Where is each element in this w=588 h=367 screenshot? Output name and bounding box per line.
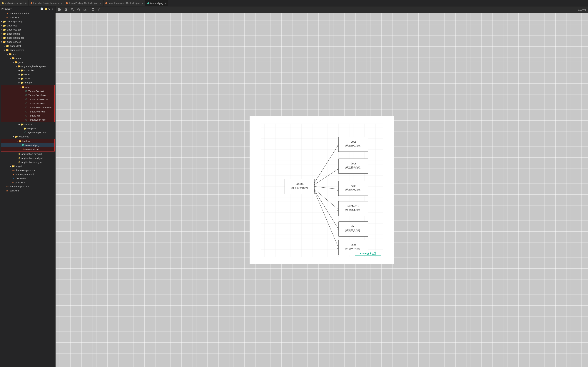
xml-file-icon: m (6, 189, 9, 192)
refresh-icon[interactable]: ↻ (48, 7, 51, 10)
tree-item-main[interactable]: ▼ 📂 main (0, 56, 55, 60)
item-label: controller (25, 69, 34, 72)
docker-icon: ≡ (12, 177, 15, 180)
tree-item-rule[interactable]: ▼ 📂 rule (1, 85, 54, 89)
new-file-icon[interactable]: 📄 (40, 7, 43, 10)
new-folder-icon[interactable]: 📁 (44, 7, 48, 10)
collapse-icon[interactable]: ⋮ (51, 7, 54, 10)
tree-item-pom-xml-3[interactable]: m pom.xml (0, 189, 55, 192)
tab-label: TenantPackageController.java (69, 2, 98, 4)
item-label: blade-service (7, 41, 21, 43)
tree-item-blade-ops-api[interactable]: ▶ 📁 blade-ops-api (0, 28, 55, 32)
post-sublabel: （构建岗位信息） (344, 144, 363, 147)
tree-item-blade-plugin[interactable]: ▶ 📁 blade-plugin (0, 32, 55, 36)
tree-item-controller[interactable]: ▶ 📁 controller (0, 68, 55, 72)
arrow-icon: ▶ (18, 82, 21, 83)
item-label: TenantContext (28, 90, 44, 93)
tree-item-application-dev-yml[interactable]: ⚙ application-dev.yml (0, 152, 55, 156)
close-icon[interactable]: × (60, 2, 62, 5)
tree-item-SystemApplication[interactable]: © SystemApplication (0, 130, 55, 134)
tree-item-dockerfile[interactable]: ≡ Dockerfile (0, 176, 55, 180)
role-label: role (351, 184, 356, 187)
yaml-file-icon: ⚙ (18, 161, 21, 164)
close-icon[interactable]: × (25, 2, 27, 5)
zoom-in-button[interactable] (70, 7, 75, 12)
dept-label: dept (350, 162, 356, 165)
tree-item-TenantRoleRule[interactable]: © TenantRoleRule (1, 109, 54, 114)
tree-item-TenantRule[interactable]: © TenantRule (1, 114, 54, 118)
actual-size-button[interactable] (64, 7, 68, 12)
close-icon[interactable]: × (100, 2, 102, 5)
tree-item-TenantContext[interactable]: © TenantContext (1, 89, 54, 93)
item-label: TenantPostRule (28, 102, 45, 105)
tree-item-service[interactable]: ▶ 📁 service (0, 122, 55, 126)
tree-item-tenant-el-xml[interactable]: </> tenant.el.xml (1, 147, 54, 151)
tree-item-TenantRoleMenuRule[interactable]: © TenantRoleMenuRule (1, 105, 54, 109)
close-icon[interactable]: × (142, 2, 144, 5)
arrow-icon: ▼ (16, 140, 19, 142)
folder-open-icon: 📂 (6, 49, 9, 51)
fit-screen-button[interactable] (57, 7, 62, 12)
zoom-reset-button[interactable]: 1:1 (83, 8, 87, 12)
tree-item-tenant-el-png[interactable]: 🖼 tenant.el.png (1, 143, 54, 147)
tree-item-feign[interactable]: ▶ 📁 feign (0, 76, 55, 81)
tree-item-blade-ops[interactable]: ▶ 📁 blade-ops (0, 24, 55, 28)
tenant-label: tenant (296, 182, 304, 185)
tree-item-pom-xml-2[interactable]: m pom.xml (0, 180, 55, 184)
tab-tenant-el-png[interactable]: tenant.el.png × (145, 0, 168, 7)
java-icon (31, 2, 32, 4)
watermark-text: Blade技术社区 (360, 252, 376, 255)
tree-item-pom-xml-1[interactable]: m pom.xml (0, 15, 55, 19)
tree-item-blade-common-iml[interactable]: ■ blade-common.iml (0, 11, 55, 15)
iml-icon: ■ (6, 12, 9, 15)
edit-button[interactable] (97, 7, 102, 12)
tree-item-TenantPostRule[interactable]: © TenantPostRule (1, 101, 54, 105)
arrow-icon: ▶ (18, 77, 21, 80)
tab-tenant-datasource[interactable]: TenantDatasourceController.java × (103, 0, 145, 7)
item-label: pom.xml (16, 181, 25, 184)
tree-item-TenantDictBizRule[interactable]: © TenantDictBizRule (1, 97, 54, 101)
arrow-icon: ▶ (18, 69, 21, 71)
liteflow-group-highlight: ▼ 📂 liteflow 🖼 tenant.el.png </> tenant.… (1, 139, 55, 151)
tree-item-org-springblade-system[interactable]: ▼ 📂 org.springblade.system (0, 64, 55, 68)
tree-item-blade-gateway[interactable]: ▶ 📁 blade-gateway (0, 19, 55, 24)
xml-file-icon: </> (22, 148, 25, 151)
item-label: TenantRule (28, 114, 41, 117)
item-label: wrapper (27, 127, 36, 130)
tree-item-flattened-pom-2[interactable]: </> .flattened-pom.xml (0, 184, 55, 189)
svg-line-15 (100, 8, 100, 9)
tree-item-blade-plugin-api[interactable]: ▶ 📁 blade-plugin-api (0, 36, 55, 40)
tree-item-application-test-yml[interactable]: ⚙ application-test.yml (0, 160, 55, 164)
tree-item-src[interactable]: ▼ 📂 src (0, 52, 55, 56)
tree-item-excel[interactable]: ▶ 📁 excel (0, 72, 55, 76)
tree-item-application-prod-yml[interactable]: ⚙ application-prod.yml (0, 156, 55, 160)
close-icon[interactable]: × (165, 2, 166, 5)
folder-open-icon: 📂 (3, 41, 6, 43)
tab-application-dev[interactable]: application-dev.yml × (0, 0, 29, 7)
tree-item-TenantDeptRule[interactable]: © TenantDeptRule (1, 93, 54, 97)
tree-item-blade-system[interactable]: ▼ 📂 blade-system (0, 48, 55, 52)
tree-item-target[interactable]: ▶ 📁 target (0, 164, 55, 168)
tab-tenant-package[interactable]: TenantPackageController.java × (64, 0, 103, 7)
zoom-out-button[interactable] (76, 7, 81, 12)
tree-item-mapper[interactable]: ▶ 📁 mapper (0, 81, 55, 84)
image-viewer[interactable]: tenant （租户前置处理） (56, 13, 588, 367)
tree-item-wrapper[interactable]: 📁 wrapper (0, 126, 55, 130)
rotate-button[interactable] (91, 7, 95, 12)
tree-item-flattened-pom-1[interactable]: </> .flattened-pom.xml (0, 168, 55, 172)
folder-open-icon: 📂 (9, 53, 12, 56)
tree-item-TenantUserRule[interactable]: © TenantUserRule (1, 118, 54, 122)
tree-item-blade-desk[interactable]: ▶ 📁 blade-desk (0, 44, 55, 48)
folder-icon: 📁 (21, 69, 24, 72)
tree-item-liteflow[interactable]: ▼ 📂 liteflow (1, 139, 54, 143)
item-label: pom.xml (10, 189, 19, 192)
svg-line-13 (79, 10, 80, 10)
arrow-icon: ▶ (0, 25, 3, 27)
tree-item-blade-service[interactable]: ▼ 📂 blade-service (0, 40, 55, 44)
java-class-icon: © (25, 110, 28, 113)
user-label: user (350, 243, 356, 246)
tab-launcher[interactable]: LauncherServiceImpl.java × (29, 0, 64, 7)
tree-item-blade-system-iml[interactable]: ■ blade-system.iml (0, 172, 55, 176)
tree-item-resources[interactable]: ▼ 📂 resources (0, 134, 55, 139)
tree-item-java[interactable]: ▼ 📂 java (0, 60, 55, 64)
